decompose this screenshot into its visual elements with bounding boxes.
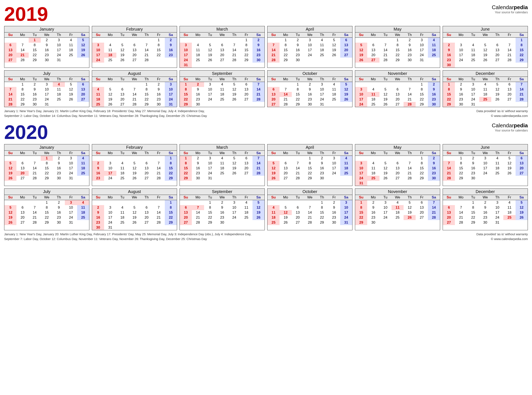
day-cell: 1 (165, 156, 177, 161)
weekday-header: Mo (279, 77, 292, 82)
day-cell: 29 (455, 176, 467, 181)
day-cell: 8 (16, 87, 28, 92)
day-cell: 26 (279, 220, 292, 225)
day-cell: 3 (340, 200, 352, 205)
day-cell: 26 (116, 58, 129, 63)
day-cell: 30 (92, 225, 104, 230)
weekday-header: We (41, 151, 53, 156)
day-cell (92, 38, 104, 43)
day-cell: 11 (77, 161, 89, 166)
day-cell: 25 (116, 176, 129, 181)
day-cell: 7 (228, 43, 240, 48)
day-cell: 27 (16, 220, 28, 225)
day-cell: 7 (279, 87, 292, 92)
day-cell: 9 (53, 161, 65, 166)
day-cell (379, 38, 392, 43)
day-cell: 17 (204, 92, 216, 97)
weekday-header: Mo (192, 77, 204, 82)
weekday-header: Sa (340, 151, 352, 156)
day-cell: 8 (443, 87, 455, 92)
day-cell: 27 (140, 220, 153, 225)
day-cell: 24 (104, 176, 116, 181)
weekday-header: We (129, 151, 140, 156)
day-cell: 28 (292, 176, 304, 181)
day-cell: 26 (403, 215, 416, 220)
weekday-header: Su (180, 195, 192, 200)
day-cell (104, 156, 116, 161)
day-cell (140, 156, 153, 161)
year-block-2020: 2020CalendarpediaYour source for calenda… (4, 122, 528, 241)
day-cell: 13 (503, 87, 515, 92)
day-cell: 27 (491, 58, 503, 63)
weekday-header: Fr (503, 195, 515, 200)
day-cell: 12 (379, 92, 392, 97)
weekday-header: Mo (16, 77, 28, 82)
day-cell: 22 (165, 215, 177, 220)
day-cell: 27 (268, 102, 279, 107)
month-january: JanuarySuMoTuWeThFrSa1234567891011121314… (4, 144, 89, 186)
day-cell: 22 (516, 53, 528, 58)
month-name: November (355, 189, 440, 195)
day-cell: 13 (77, 87, 89, 92)
day-cell (455, 63, 467, 68)
day-cell (367, 38, 379, 43)
day-cell: 23 (29, 97, 41, 102)
day-cell (467, 63, 479, 68)
day-cell: 19 (491, 92, 503, 97)
day-cell (467, 38, 479, 43)
day-cell: 5 (4, 205, 16, 210)
weekday-header: Th (228, 33, 240, 38)
day-cell: 1 (153, 38, 165, 43)
day-cell: 25 (340, 171, 352, 176)
day-cell (228, 63, 240, 68)
day-cell: 17 (92, 53, 104, 58)
day-cell: 20 (516, 166, 528, 171)
day-cell (403, 156, 416, 161)
day-cell: 24 (379, 215, 392, 220)
weekday-header: Tu (467, 77, 479, 82)
day-cell: 28 (4, 102, 16, 107)
day-cell (491, 176, 503, 181)
day-cell: 5 (340, 82, 352, 87)
day-cell: 3 (165, 82, 177, 87)
weekday-header: Tu (204, 151, 216, 156)
day-cell: 14 (428, 205, 440, 210)
month-name: July (4, 189, 89, 195)
day-cell: 8 (467, 205, 479, 210)
day-cell: 8 (316, 205, 328, 210)
day-cell: 2 (428, 156, 440, 161)
day-cell: 7 (403, 161, 416, 166)
day-cell: 16 (92, 171, 104, 176)
day-cell: 7 (129, 87, 140, 92)
month-name: December (443, 189, 528, 195)
day-cell: 5 (279, 205, 292, 210)
day-cell: 20 (340, 48, 352, 53)
day-cell: 11 (268, 210, 279, 215)
day-cell: 4 (467, 43, 479, 48)
day-cell (253, 176, 264, 181)
day-cell: 23 (192, 97, 204, 102)
weekday-header: Mo (367, 151, 379, 156)
weekday-header: Tu (204, 195, 216, 200)
day-cell: 26 (77, 53, 89, 58)
day-cell: 28 (16, 58, 28, 63)
weekday-header: Tu (379, 77, 392, 82)
day-cell: 19 (328, 48, 340, 53)
weekday-header: Fr (65, 195, 77, 200)
day-cell: 13 (279, 166, 292, 171)
day-cell (516, 176, 528, 181)
day-cell: 26 (516, 215, 528, 220)
day-cell: 31 (41, 102, 53, 107)
weekday-header: Su (92, 77, 104, 82)
day-cell (443, 38, 455, 43)
day-cell: 21 (455, 215, 467, 220)
day-cell: 23 (216, 215, 228, 220)
day-cell: 30 (192, 102, 204, 107)
weekday-header: Fr (328, 151, 340, 156)
day-cell: 15 (204, 210, 216, 215)
weekday-header: Sa (340, 77, 352, 82)
day-cell: 5 (204, 43, 216, 48)
day-cell: 23 (165, 53, 177, 58)
weekday-header: Tu (292, 151, 304, 156)
weekday-header: Sa (165, 33, 177, 38)
